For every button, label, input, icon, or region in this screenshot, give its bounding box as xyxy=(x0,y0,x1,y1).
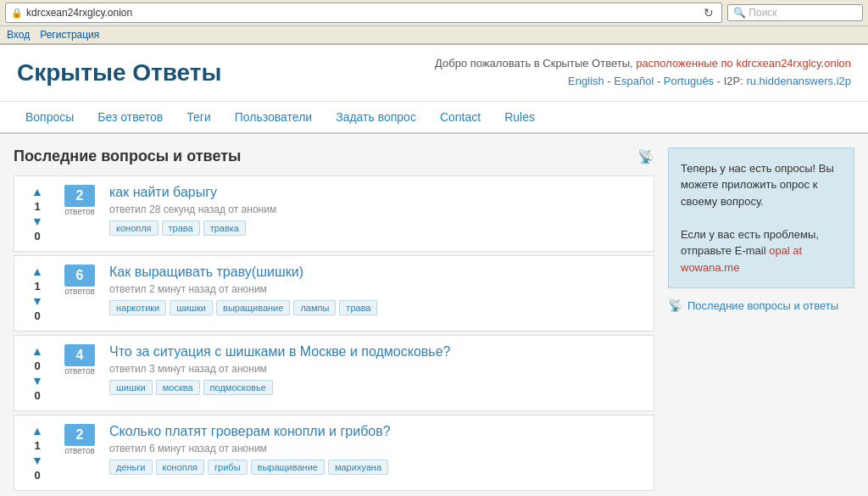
question-list: ▲ 1 ▼ 0 2 ответов как найти барыгу ответ… xyxy=(14,176,654,491)
question-body: Сколько платят гроверам конопли и грибов… xyxy=(109,424,643,475)
question-item: ▲ 1 ▼ 0 6 ответов Как выращивать траву(ш… xyxy=(14,255,654,332)
sidebar-text-2: Если у вас есть проблемы, отправьте E-ma… xyxy=(681,226,842,276)
question-tags: шишки москва подмосковье xyxy=(109,380,643,395)
answer-count-wrapper: 4 ответов xyxy=(58,344,101,376)
tag[interactable]: шишки xyxy=(109,380,153,395)
tag[interactable]: грибы xyxy=(208,460,247,475)
question-tags: конопля трава травка xyxy=(109,220,643,236)
vote-box: ▲ 0 ▼ 0 xyxy=(25,344,50,402)
question-meta: ответил 6 минут назад от аноним xyxy=(109,443,643,454)
vote-down-button[interactable]: ▼ xyxy=(29,215,46,228)
question-body: как найти барыгу ответил 28 секунд назад… xyxy=(109,185,643,236)
question-title[interactable]: как найти барыгу xyxy=(109,185,643,200)
question-meta: ответил 3 минут назад от аноним xyxy=(109,363,643,375)
tag[interactable]: трава xyxy=(339,300,377,315)
question-title[interactable]: Сколько платят гроверам конопли и грибов… xyxy=(109,424,643,439)
tag[interactable]: подмосковье xyxy=(203,380,273,395)
sidebar: Теперь у нас есть опросы! Вы можете прил… xyxy=(668,148,854,491)
tag[interactable]: трава xyxy=(162,220,200,236)
answer-count-wrapper: 2 ответов xyxy=(58,424,101,455)
tag[interactable]: шишки xyxy=(170,300,213,315)
vote-down-button[interactable]: ▼ xyxy=(29,294,46,308)
question-item: ▲ 1 ▼ 0 2 ответов Сколько платят гровера… xyxy=(14,415,654,491)
welcome-text: Добро пожаловать в Скрытые Ответы, xyxy=(435,57,636,70)
vote-up-button[interactable]: ▲ xyxy=(29,344,46,358)
lang-espanol[interactable]: Español xyxy=(614,75,654,87)
rss-icon[interactable]: 📡 xyxy=(637,148,654,164)
nav-item-users[interactable]: Пользователи xyxy=(223,102,324,132)
question-tags: деньги конопля грибы выращивание марихуа… xyxy=(109,460,643,475)
tag[interactable]: выращивание xyxy=(251,460,325,475)
answer-count: 6 xyxy=(64,265,95,287)
question-tags: наркотики шишки выращивание лампы трава xyxy=(109,300,643,315)
vote-down-button[interactable]: ▼ xyxy=(29,374,46,387)
lang-portugues[interactable]: Português xyxy=(664,75,714,87)
vote-down-button[interactable]: ▼ xyxy=(29,454,46,467)
sidebar-rss-link[interactable]: 📡 Последние вопросы и ответы xyxy=(668,298,854,312)
answer-label: ответов xyxy=(64,207,95,216)
answer-label: ответов xyxy=(64,446,95,455)
question-meta: ответил 2 минут назад от аноним xyxy=(109,283,643,295)
vote-count-up: 1 xyxy=(34,439,40,452)
tag[interactable]: марихуана xyxy=(328,460,388,475)
answer-count: 4 xyxy=(64,344,95,366)
address-text: kdrcxean24rxglcy.onion xyxy=(26,7,701,19)
answer-count-wrapper: 6 ответов xyxy=(58,265,101,296)
tag[interactable]: травка xyxy=(203,220,246,236)
browser-search-bar[interactable]: 🔍 Поиск xyxy=(727,4,863,21)
site-nav: Вопросы Без ответов Теги Пользователи За… xyxy=(0,102,868,134)
vote-up-button[interactable]: ▲ xyxy=(29,424,46,437)
tag[interactable]: наркотики xyxy=(109,300,166,315)
vote-up-button[interactable]: ▲ xyxy=(29,185,46,198)
nav-login-link[interactable]: Вход xyxy=(7,29,30,41)
nav-item-questions[interactable]: Вопросы xyxy=(14,102,86,132)
nav-item-rules[interactable]: Rules xyxy=(492,102,547,132)
vote-count-up: 1 xyxy=(34,200,40,213)
lang-i2p[interactable]: ru.hiddenanswers.i2p xyxy=(746,75,851,87)
reload-button[interactable]: ↻ xyxy=(701,5,716,20)
vote-up-button[interactable]: ▲ xyxy=(29,265,46,278)
site-welcome: Добро пожаловать в Скрытые Ответы, распо… xyxy=(435,55,851,91)
vote-box: ▲ 1 ▼ 0 xyxy=(25,424,50,482)
tag[interactable]: конопля xyxy=(109,220,159,236)
nav-item-unanswered[interactable]: Без ответов xyxy=(86,102,175,132)
question-item: ▲ 0 ▼ 0 4 ответов Что за ситуация с шишк… xyxy=(14,335,654,411)
tag[interactable]: деньги xyxy=(109,460,153,475)
search-placeholder: 🔍 Поиск xyxy=(733,7,857,19)
sidebar-text-1: Теперь у нас есть опросы! Вы можете прил… xyxy=(681,160,842,210)
vote-count-down: 0 xyxy=(34,469,40,482)
browser-nav-toolbar: Вход Регистрация xyxy=(0,26,868,44)
question-title[interactable]: Что за ситуация с шишками в Москве и под… xyxy=(109,344,643,359)
lang-english[interactable]: English xyxy=(568,75,604,87)
answer-count: 2 xyxy=(64,185,95,207)
vote-count-down: 0 xyxy=(34,309,40,322)
welcome-highlight: расположенные по kdrcxean24rxglcy.onion xyxy=(636,57,851,70)
tag[interactable]: москва xyxy=(156,380,200,395)
question-meta: ответил 28 секунд назад от аноним xyxy=(109,203,643,215)
nav-item-contact[interactable]: Contact xyxy=(428,102,492,132)
question-body: Что за ситуация с шишками в Москве и под… xyxy=(109,344,643,395)
answer-count: 2 xyxy=(64,424,95,446)
sidebar-rss-label: Последние вопросы и ответы xyxy=(687,299,838,312)
main-content: Последние вопросы и ответы 📡 ▲ 1 ▼ 0 2 о… xyxy=(14,148,654,491)
tag[interactable]: конопля xyxy=(156,460,205,475)
tag[interactable]: выращивание xyxy=(216,300,290,315)
answer-label: ответов xyxy=(64,287,95,296)
vote-count-down: 0 xyxy=(34,389,40,402)
address-bar[interactable]: 🔒 kdrcxean24rxglcy.onion ↻ xyxy=(5,3,722,23)
nav-register-link[interactable]: Регистрация xyxy=(40,29,99,41)
rss-icon-sidebar: 📡 xyxy=(668,298,682,312)
question-body: Как выращивать траву(шишки) ответил 2 ми… xyxy=(109,265,643,315)
site-header: Скрытые Ответы Добро пожаловать в Скрыты… xyxy=(0,45,868,102)
vote-count-up: 0 xyxy=(34,359,40,372)
vote-count-up: 1 xyxy=(34,280,40,293)
vote-count-down: 0 xyxy=(34,230,40,242)
lock-icon: 🔒 xyxy=(11,8,23,19)
answer-label: ответов xyxy=(64,366,95,376)
question-title[interactable]: Как выращивать траву(шишки) xyxy=(109,265,643,280)
nav-item-tags[interactable]: Теги xyxy=(175,102,222,132)
tag[interactable]: лампы xyxy=(293,300,336,315)
nav-item-ask[interactable]: Задать вопрос xyxy=(324,102,428,132)
vote-box: ▲ 1 ▼ 0 xyxy=(25,265,50,322)
answer-count-wrapper: 2 ответов xyxy=(58,185,101,216)
